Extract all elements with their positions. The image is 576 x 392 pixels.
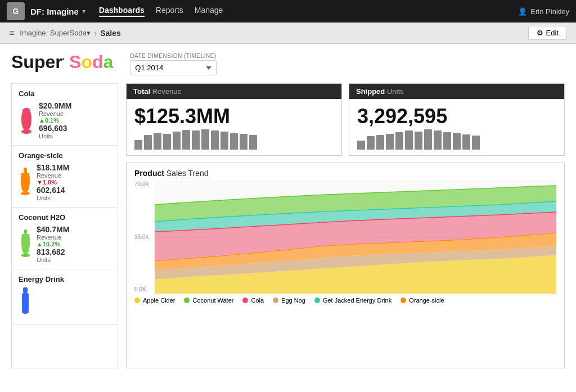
svg-rect-5 bbox=[24, 229, 27, 234]
chart-legend: Apple CiderCoconut WaterColaEgg NogGet J… bbox=[134, 297, 556, 304]
product-change: ▲10.2% bbox=[37, 241, 69, 247]
product-name: Cola bbox=[19, 89, 111, 98]
kpi-bar bbox=[211, 130, 219, 150]
kpi-bar bbox=[192, 130, 200, 150]
product-rev-label: Revenue bbox=[37, 172, 69, 179]
user-icon: 👤 bbox=[518, 7, 527, 16]
legend-label: Apple Cider bbox=[143, 297, 175, 304]
kpi-bar bbox=[367, 136, 375, 150]
kpi-revenue-light: Revenue bbox=[150, 87, 182, 96]
product-name: Coconut H2O bbox=[19, 213, 111, 222]
right-area: Total Revenue $125.3MM Shipped Units 3,2… bbox=[126, 83, 565, 368]
logo-super: Super bbox=[11, 52, 62, 72]
kpi-units-header: Shipped Units bbox=[349, 84, 564, 99]
nav-user: 👤 Erin Pinkley bbox=[518, 7, 569, 16]
breadcrumb-current: Sales bbox=[100, 29, 121, 38]
legend-item: Coconut Water bbox=[184, 297, 233, 304]
breadcrumb-right: ⚙ Edit bbox=[528, 26, 567, 40]
product-bottle bbox=[19, 166, 32, 198]
product-list: Cola $20.9MM Revenue ▲0.1% 696,603 Units… bbox=[11, 83, 118, 368]
legend-dot bbox=[314, 298, 320, 303]
kpi-bar bbox=[230, 133, 238, 150]
kpi-bar bbox=[154, 133, 161, 150]
user-name: Erin Pinkley bbox=[530, 7, 569, 16]
kpi-bar bbox=[462, 134, 470, 150]
product-bottle bbox=[19, 228, 32, 260]
y-label-mid: 35.0K bbox=[134, 234, 155, 240]
supersoda-logo: Super• Soda bbox=[11, 53, 113, 71]
product-item: Orange-sicle $18.1MM Revenue ▼1.0% 602,6… bbox=[12, 146, 118, 208]
brand-dropdown-icon[interactable]: ▾ bbox=[82, 7, 86, 15]
svg-rect-7 bbox=[23, 287, 28, 293]
product-units: 696,603 bbox=[39, 124, 71, 133]
legend-item: Apple Cider bbox=[134, 297, 175, 304]
breadcrumb-path[interactable]: Imagine: SuperSoda bbox=[20, 29, 87, 37]
svg-point-2 bbox=[21, 129, 32, 134]
legend-label: Coconut Water bbox=[192, 297, 233, 304]
breadcrumb-dropdown[interactable]: ▾ bbox=[87, 29, 91, 37]
kpi-bar bbox=[249, 135, 257, 150]
kpi-revenue-value: $125.3MM bbox=[127, 99, 341, 130]
edit-button[interactable]: ⚙ Edit bbox=[528, 26, 567, 40]
nav-logo: G bbox=[7, 2, 25, 20]
svg-rect-1 bbox=[25, 108, 28, 111]
nav-link-reports[interactable]: Reports bbox=[156, 6, 183, 17]
legend-item: Cola bbox=[242, 297, 264, 304]
y-label-bot: 0.0K bbox=[134, 286, 155, 292]
date-select[interactable]: Q1 2014 Q2 2014 Q3 2014 Q4 2014 bbox=[130, 60, 216, 75]
kpi-bar bbox=[386, 134, 394, 150]
kpi-bar bbox=[357, 141, 365, 150]
nav-brand: DF: Imagine bbox=[30, 7, 79, 16]
chart-area bbox=[155, 181, 556, 294]
kpi-bar bbox=[405, 130, 413, 150]
body-row: Cola $20.9MM Revenue ▲0.1% 696,603 Units… bbox=[11, 83, 565, 368]
legend-label: Egg Nog bbox=[281, 297, 305, 304]
product-bottle bbox=[19, 287, 32, 318]
kpi-units-card: Shipped Units 3,292,595 bbox=[349, 83, 565, 156]
date-label: DATE DIMENSION (TIMELINE) bbox=[130, 53, 216, 59]
product-item: Coconut H2O $40.7MM Revenue ▲10.2% 813,6… bbox=[12, 208, 118, 269]
legend-label: Cola bbox=[251, 297, 264, 304]
product-revenue: $18.1MM bbox=[37, 163, 69, 172]
product-units: 813,682 bbox=[37, 247, 69, 256]
kpi-bar bbox=[134, 140, 142, 150]
y-label-top: 70.0K bbox=[134, 181, 155, 187]
kpi-bar bbox=[173, 132, 181, 150]
legend-item: Orange-sicle bbox=[400, 297, 444, 304]
legend-dot bbox=[400, 298, 406, 303]
trend-title-bold: Product bbox=[134, 169, 164, 178]
kpi-bar bbox=[220, 132, 228, 150]
product-item: Cola $20.9MM Revenue ▲0.1% 696,603 Units bbox=[12, 84, 118, 146]
legend-item: Get Jacked Energy Drink bbox=[314, 297, 392, 304]
kpi-units-light: Units bbox=[385, 87, 403, 96]
kpi-bar bbox=[395, 132, 403, 150]
menu-icon[interactable]: ≡ bbox=[9, 28, 14, 38]
kpi-bar bbox=[144, 135, 152, 150]
kpi-bar bbox=[453, 133, 461, 150]
product-item: Energy Drink bbox=[12, 269, 118, 325]
nav-link-manage[interactable]: Manage bbox=[195, 6, 223, 17]
svg-rect-3 bbox=[24, 168, 27, 173]
legend-label: Orange-sicle bbox=[409, 297, 444, 304]
date-filter: DATE DIMENSION (TIMELINE) Q1 2014 Q2 201… bbox=[130, 53, 216, 75]
kpi-row: Total Revenue $125.3MM Shipped Units 3,2… bbox=[126, 83, 565, 156]
legend-item: Egg Nog bbox=[273, 297, 305, 304]
nav-link-dashboards[interactable]: Dashboards bbox=[99, 6, 145, 17]
product-units-label: Units bbox=[37, 195, 69, 201]
kpi-revenue-bold: Total bbox=[133, 87, 150, 96]
product-name: Orange-sicle bbox=[19, 151, 111, 160]
product-revenue: $20.9MM bbox=[39, 101, 71, 110]
product-stats: $20.9MM Revenue ▲0.1% 696,603 Units bbox=[39, 101, 71, 139]
svg-point-4 bbox=[21, 192, 30, 195]
trend-card: Product Sales Trend 70.0K 35.0K 0.0K bbox=[126, 163, 565, 368]
legend-dot bbox=[184, 298, 190, 303]
legend-dot bbox=[242, 298, 248, 303]
kpi-bar bbox=[163, 134, 171, 150]
kpi-bar bbox=[376, 135, 384, 150]
product-units-label: Units bbox=[39, 133, 71, 139]
product-revenue: $40.7MM bbox=[37, 225, 69, 234]
legend-dot bbox=[134, 298, 140, 303]
product-change: ▼1.0% bbox=[37, 179, 69, 186]
svg-rect-8 bbox=[22, 293, 29, 312]
product-stats: $18.1MM Revenue ▼1.0% 602,614 Units bbox=[37, 163, 69, 201]
